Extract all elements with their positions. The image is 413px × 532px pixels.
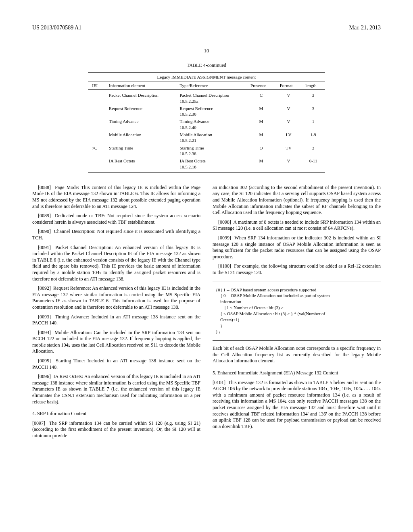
th-format: Format	[276, 81, 302, 89]
table-row: 7CStarting TimeStarting Time10.5.2.38OTV…	[88, 144, 325, 158]
para-cont: an indication 302 (according to the seco…	[213, 185, 381, 216]
table-row: Timing AdvanceTiming Advance10.5.2.40MV1	[88, 118, 325, 131]
para-0098: [0098] A maximum of 8 octets is needed t…	[213, 219, 381, 232]
left-column: [0088] Page Mode: This content of this l…	[32, 185, 200, 443]
para-0099: [0099] When SRP 134 information or the i…	[213, 235, 381, 260]
th-type: Type/Reference	[176, 81, 247, 89]
table-row: IA Rest OctetsIA Rest Octets10.5.2.16MV0…	[88, 157, 325, 172]
para-0097: [0097] The SRP information 134 can be ca…	[32, 420, 200, 439]
th-presence: Presence	[246, 81, 276, 89]
para-0088: [0088] Page Mode: This content of this l…	[32, 185, 200, 210]
heading-srp: 4. SRP Information Content	[32, 411, 200, 417]
table-caption: TABLE 4-continued	[32, 62, 381, 69]
para-0091: [0091] Packet Channel Description: An en…	[32, 245, 200, 283]
para-0096: [0096] IA Rest Octets: An enhanced versi…	[32, 374, 200, 405]
table-subcaption: Legacy IMMEDIATE ASSIGNMENT message cont…	[157, 75, 256, 79]
para-0092: [0092] Request Reference: An enhanced ve…	[32, 285, 200, 310]
table-row: Request ReferenceRequest Reference10.5.2…	[88, 105, 325, 118]
publication-number: US 2013/0070589 A1	[32, 24, 81, 31]
th-iei: IEI	[88, 81, 105, 89]
legacy-ia-table: Legacy IMMEDIATE ASSIGNMENT message cont…	[88, 72, 325, 172]
th-ie: Information element	[105, 81, 176, 89]
para-0090: [0090] Channel Description: Not required…	[32, 229, 200, 241]
table-row: Packet Channel DescriptionPacket Channel…	[88, 90, 325, 105]
code-structure: {0 | 1 -- OSAP based system access proce…	[213, 281, 381, 341]
para-0100: [0100] For example, the following struct…	[213, 263, 381, 276]
para-after-code: Each bit of each OSAP Mobile Allocation …	[213, 345, 381, 364]
right-column: an indication 302 (according to the seco…	[213, 185, 381, 443]
page-header: US 2013/0070589 A1 Mar. 21, 2013	[32, 24, 381, 31]
para-0095: [0095] Starting Time: Included in an ATI…	[32, 358, 200, 370]
table-row: Mobile AllocationMobile Allocation10.5.2…	[88, 131, 325, 144]
th-length: length	[301, 81, 325, 89]
publication-date: Mar. 21, 2013	[349, 24, 381, 31]
page-number: 10	[32, 48, 381, 54]
para-0094: [0094] Mobile Allocation: Can be include…	[32, 330, 200, 355]
para-0101: [0101] This message 132 is formatted as …	[213, 380, 381, 430]
heading-eia: 5. Enhanced Immediate Assignment (EIA) M…	[213, 370, 381, 376]
para-0093: [0093] Timing Advance: Included in an AT…	[32, 314, 200, 326]
para-0089: [0089] Dedicated mode or TBF: Not requir…	[32, 213, 200, 225]
